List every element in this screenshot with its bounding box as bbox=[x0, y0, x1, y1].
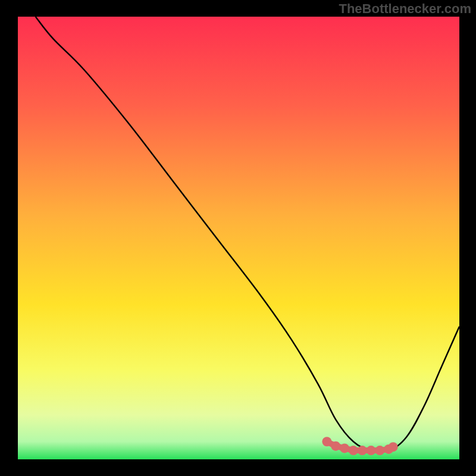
optimal-zone-dot bbox=[340, 443, 349, 453]
frame-left bbox=[0, 0, 18, 476]
watermark-text: TheBottlenecker.com bbox=[339, 1, 471, 17]
frame-bottom bbox=[0, 459, 476, 476]
bottleneck-chart bbox=[0, 0, 476, 476]
optimal-zone-dot bbox=[358, 446, 367, 455]
optimal-zone-dot bbox=[389, 442, 398, 452]
optimal-zone-dot bbox=[331, 441, 340, 451]
frame-right bbox=[459, 0, 476, 476]
optimal-zone-dot bbox=[322, 437, 331, 446]
optimal-zone-dot bbox=[367, 446, 376, 455]
optimal-zone-dot bbox=[375, 446, 384, 455]
plot-background bbox=[18, 17, 459, 459]
chart-svg bbox=[0, 0, 476, 476]
optimal-zone-dot bbox=[349, 446, 358, 455]
